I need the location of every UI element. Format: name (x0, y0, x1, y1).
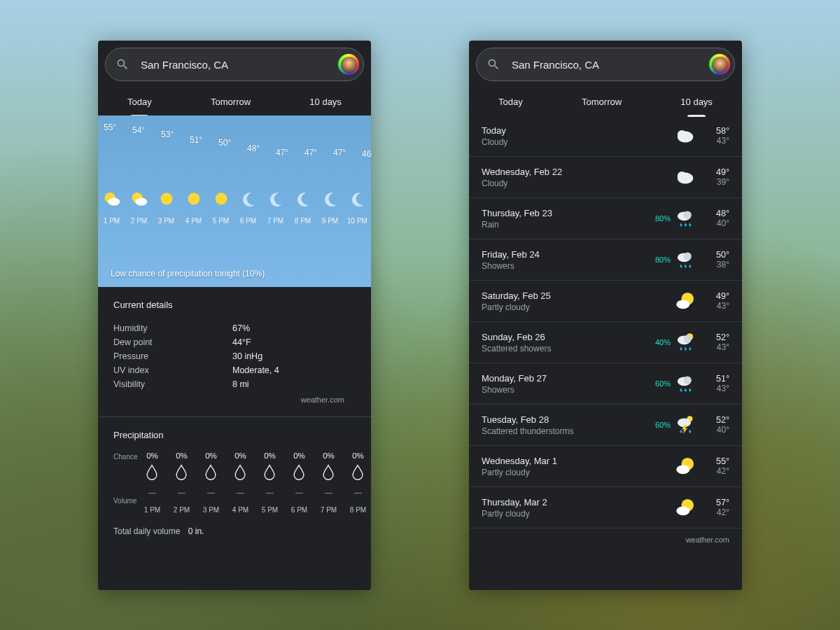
precip-probability: 60% (651, 379, 671, 388)
temp-low: 38° (704, 260, 729, 270)
search-bar[interactable] (105, 48, 364, 81)
detail-value: 67% (232, 323, 250, 333)
forecast-row[interactable]: TodayCloudy58°43° (469, 115, 742, 157)
temp-high: 48° (704, 209, 729, 218)
tab-tendays[interactable]: 10 days (309, 90, 342, 115)
hourly-cell[interactable]: 4 PM (180, 189, 207, 225)
detail-row: Humidity67% (113, 321, 356, 335)
weather-tendays-panel: Today Tomorrow 10 days TodayCloudy58°43°… (469, 41, 742, 590)
hourly-cell[interactable]: 2 PM (125, 189, 153, 225)
forecast-date: Today (482, 125, 651, 136)
forecast-row[interactable]: Tuesday, Feb 28Scattered thunderstorms60… (469, 405, 742, 446)
drop-icon (144, 464, 160, 481)
temp-low: 42° (704, 507, 729, 517)
temp-low: 43° (704, 136, 729, 146)
drop-icon (174, 464, 189, 481)
moon-icon (293, 189, 313, 209)
partly-icon (102, 189, 122, 209)
precipitation-section: Precipitation Chance Volume 0%—1 PM0%—2 … (98, 417, 371, 552)
search-input[interactable] (139, 58, 338, 71)
hour-label: 5 PM (213, 217, 229, 225)
precip-probability: 80% (651, 214, 671, 223)
profile-avatar[interactable] (709, 54, 730, 75)
sunny-icon (184, 189, 204, 209)
detail-value: 8 mi (232, 379, 249, 389)
forecast-condition: Scattered thunderstorms (482, 426, 651, 436)
tab-tendays[interactable]: 10 days (680, 90, 713, 115)
forecast-date: Tuesday, Feb 28 (482, 414, 651, 425)
hour-label: 10 PM (347, 217, 368, 225)
precip-cell[interactable]: 0%—3 PM (196, 451, 225, 514)
weather-today-panel: Today Tomorrow 10 days 55°54°53°51°50°48… (98, 41, 371, 590)
rain-icon (674, 207, 696, 230)
forecast-condition: Showers (482, 385, 651, 395)
search-bar[interactable] (476, 48, 735, 81)
hour-label: 8 PM (295, 217, 311, 225)
precip-time: 5 PM (262, 506, 278, 514)
svg-point-16 (676, 300, 690, 309)
tab-today[interactable]: Today (498, 90, 523, 115)
detail-key: Dew point (113, 337, 232, 347)
forecast-row[interactable]: Saturday, Feb 25Partly cloudy49°43° (469, 281, 742, 322)
tab-bar: Today Tomorrow 10 days (98, 85, 371, 115)
svg-point-14 (684, 253, 692, 260)
precip-cell[interactable]: 0%—8 PM (343, 451, 371, 514)
forecast-row[interactable]: Thursday, Mar 2Partly cloudy57°42° (469, 487, 742, 528)
profile-avatar[interactable] (338, 54, 359, 75)
attribution-link[interactable]: weather.com (469, 528, 742, 544)
precip-chance: 0% (293, 451, 305, 460)
forecast-condition: Scattered showers (482, 344, 651, 354)
forecast-row[interactable]: Friday, Feb 24Showers80%50°38° (469, 239, 742, 281)
precip-cell[interactable]: 0%—4 PM (225, 451, 255, 514)
cloud-icon (674, 125, 696, 147)
tab-tomorrow[interactable]: Tomorrow (582, 90, 622, 115)
search-input[interactable] (510, 58, 709, 71)
precip-cell[interactable]: 0%—1 PM (137, 451, 167, 514)
hourly-cell[interactable]: 6 PM (234, 189, 262, 225)
hourly-temp: 47° (276, 148, 288, 158)
attribution-link[interactable]: weather.com (113, 391, 356, 404)
hourly-cell[interactable]: 9 PM (316, 189, 344, 225)
tab-today[interactable]: Today (127, 90, 152, 115)
precip-chance: 0% (176, 451, 188, 460)
precip-cell[interactable]: 0%—2 PM (167, 451, 196, 514)
hourly-cell[interactable]: 10 PM (344, 189, 371, 225)
temp-low: 40° (704, 425, 729, 435)
forecast-date: Sunday, Feb 26 (482, 332, 651, 342)
detail-value: Moderate, 4 (232, 365, 279, 375)
drop-icon (291, 464, 307, 481)
tab-tomorrow[interactable]: Tomorrow (211, 90, 251, 115)
precip-chance: 0% (352, 451, 364, 460)
hour-label: 6 PM (240, 217, 256, 225)
hourly-cell[interactable]: 7 PM (262, 189, 289, 225)
precip-time: 6 PM (291, 506, 307, 514)
drop-icon (232, 464, 248, 481)
tstorm-icon (674, 414, 696, 436)
precip-probability: 80% (651, 255, 671, 264)
hourly-cell[interactable]: 1 PM (98, 189, 125, 225)
svg-point-3 (135, 198, 147, 206)
rain-icon (674, 248, 696, 271)
detail-key: Humidity (113, 323, 232, 333)
detail-key: Pressure (113, 351, 232, 361)
forecast-row[interactable]: Thursday, Feb 23Rain80%48°40° (469, 198, 742, 239)
precip-cell[interactable]: 0%—5 PM (255, 451, 284, 514)
forecast-row[interactable]: Sunday, Feb 26Scattered showers40%52°43° (469, 322, 742, 363)
precip-cell[interactable]: 0%—7 PM (314, 451, 343, 514)
hourly-cell[interactable]: 3 PM (153, 189, 180, 225)
precip-time: 8 PM (350, 506, 366, 514)
drop-icon (350, 464, 365, 481)
sunny-icon (157, 189, 176, 209)
hourly-cell[interactable]: 5 PM (207, 189, 234, 225)
forecast-condition: Showers (482, 261, 651, 271)
forecast-condition: Cloudy (482, 137, 651, 147)
precip-cell[interactable]: 0%—6 PM (284, 451, 314, 514)
forecast-row[interactable]: Monday, Feb 27Showers60%51°43° (469, 363, 742, 405)
precip-volume: — (178, 488, 186, 496)
forecast-condition: Partly cloudy (482, 302, 651, 312)
temp-high: 51° (704, 374, 729, 384)
hourly-chart[interactable]: 55°54°53°51°50°48°47°47°47°46° 1 PM2 PM3… (98, 115, 371, 287)
hourly-cell[interactable]: 8 PM (289, 189, 316, 225)
forecast-row[interactable]: Wednesday, Feb 22Cloudy49°39° (469, 157, 742, 198)
forecast-row[interactable]: Wednesday, Mar 1Partly cloudy55°42° (469, 446, 742, 487)
